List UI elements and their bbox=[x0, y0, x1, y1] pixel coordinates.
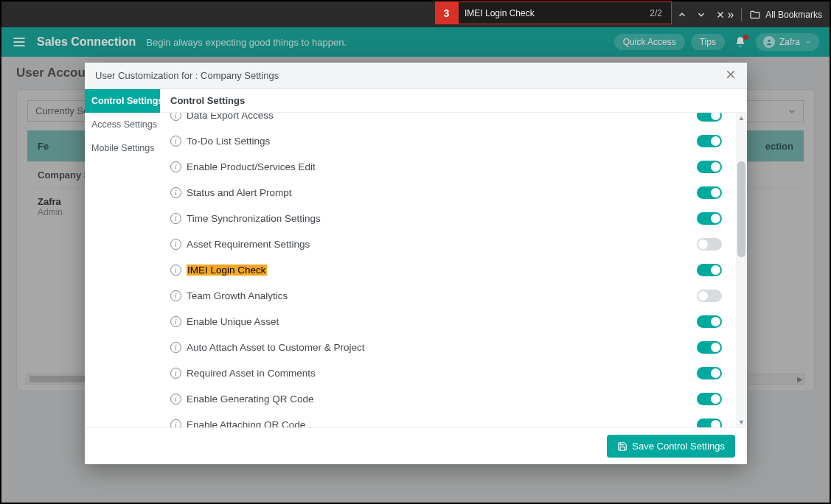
setting-label: Asset Requirement Settings bbox=[187, 239, 697, 250]
browser-top-bar: 3 IMEI Login Check 2/2 » All Bookmarks bbox=[1, 1, 830, 27]
modal-sidebar: Control SettingsAccess SettingsMobile Se… bbox=[85, 89, 160, 427]
setting-label: Enable Generating QR Code bbox=[187, 393, 697, 405]
bookmarks-label: All Bookmarks bbox=[765, 10, 822, 20]
modal-footer: Save Control Settings bbox=[85, 427, 747, 464]
chevron-down-icon bbox=[804, 38, 812, 46]
toggle-switch[interactable] bbox=[697, 264, 722, 276]
notifications-bell-icon[interactable] bbox=[731, 36, 750, 48]
info-icon[interactable]: i bbox=[170, 393, 181, 405]
setting-label: Auto Attach Asset to Customer & Project bbox=[187, 342, 697, 353]
find-bar: IMEI Login Check 2/2 bbox=[458, 1, 672, 24]
setting-label: To-Do List Settings bbox=[187, 136, 697, 147]
app-title: Sales Connection bbox=[37, 35, 136, 49]
setting-row: iTo-Do List Settings bbox=[170, 128, 722, 154]
info-icon[interactable]: i bbox=[170, 419, 181, 427]
avatar-icon bbox=[763, 36, 775, 48]
info-icon[interactable]: i bbox=[170, 265, 181, 276]
info-icon[interactable]: i bbox=[170, 187, 181, 198]
setting-row: iTime Synchronization Settings bbox=[170, 206, 722, 231]
app-header: Sales Connection Begin always expecting … bbox=[1, 27, 830, 57]
scroll-down-icon[interactable]: ▼ bbox=[736, 417, 747, 427]
info-icon[interactable]: i bbox=[170, 368, 181, 379]
find-next-icon[interactable] bbox=[692, 5, 711, 24]
browser-right-controls: » All Bookmarks bbox=[727, 1, 822, 27]
setting-label: Data Export Access bbox=[187, 113, 697, 121]
scroll-up-icon[interactable]: ▲ bbox=[736, 113, 747, 123]
toggle-switch[interactable] bbox=[697, 113, 722, 122]
info-icon[interactable]: i bbox=[170, 290, 181, 301]
toggle-switch[interactable] bbox=[697, 238, 722, 251]
info-icon[interactable]: i bbox=[170, 161, 181, 172]
header-right: Quick Access Tips Zafra bbox=[614, 33, 819, 51]
toggle-switch[interactable] bbox=[697, 393, 722, 405]
setting-label: Enable Product/Services Edit bbox=[187, 161, 697, 172]
find-prev-icon[interactable] bbox=[672, 5, 692, 24]
modal-header: User Customization for : Company Setting… bbox=[85, 63, 747, 89]
settings-modal: User Customization for : Company Setting… bbox=[85, 63, 747, 464]
toggle-switch[interactable] bbox=[697, 290, 722, 302]
modal-title: User Customization for : Company Setting… bbox=[95, 70, 279, 81]
setting-label: Enable Attaching QR Code bbox=[187, 419, 697, 427]
setting-row: iEnable Generating QR Code bbox=[170, 386, 722, 412]
vertical-scrollbar[interactable]: ▲ ▼ bbox=[736, 113, 747, 427]
step-badge: 3 bbox=[435, 1, 458, 24]
find-text[interactable]: IMEI Login Check bbox=[465, 8, 644, 18]
info-icon[interactable]: i bbox=[170, 136, 181, 147]
settings-scroll[interactable]: iData Export AccessiTo-Do List Settingsi… bbox=[160, 113, 735, 427]
user-name-label: Zafra bbox=[779, 37, 800, 47]
find-controls bbox=[672, 1, 730, 27]
quick-access-button[interactable]: Quick Access bbox=[614, 34, 685, 50]
toggle-switch[interactable] bbox=[697, 135, 722, 147]
setting-row: iData Export Access bbox=[170, 113, 722, 128]
tips-button[interactable]: Tips bbox=[691, 34, 725, 50]
info-icon[interactable]: i bbox=[170, 213, 181, 224]
save-icon bbox=[617, 441, 627, 452]
info-icon[interactable]: i bbox=[170, 113, 181, 121]
app-tagline: Begin always expecting good things to ha… bbox=[146, 37, 347, 48]
setting-label: Required Asset in Comments bbox=[187, 368, 697, 379]
section-header: Control Settings bbox=[160, 89, 747, 113]
toggle-switch[interactable] bbox=[697, 367, 722, 379]
extensions-overflow-icon[interactable]: » bbox=[727, 8, 734, 21]
svg-point-5 bbox=[768, 40, 770, 42]
toggle-switch[interactable] bbox=[697, 161, 722, 173]
setting-row: iEnable Product/Services Edit bbox=[170, 154, 722, 180]
setting-row: iAsset Requirement Settings bbox=[170, 231, 722, 257]
sidebar-item-access-settings[interactable]: Access Settings bbox=[85, 113, 160, 136]
setting-row: iEnable Attaching QR Code bbox=[170, 412, 722, 427]
sidebar-item-mobile-settings[interactable]: Mobile Settings bbox=[85, 136, 160, 160]
toggle-switch[interactable] bbox=[697, 315, 722, 328]
toggle-switch[interactable] bbox=[697, 212, 722, 225]
bookmarks-folder-icon[interactable]: All Bookmarks bbox=[749, 9, 822, 21]
info-icon[interactable]: i bbox=[170, 342, 181, 353]
toggle-switch[interactable] bbox=[697, 186, 722, 199]
setting-row: iEnable Unique Asset bbox=[170, 309, 722, 335]
setting-label: Status and Alert Prompt bbox=[187, 187, 697, 198]
toggle-switch[interactable] bbox=[697, 341, 722, 354]
setting-row: iAuto Attach Asset to Customer & Project bbox=[170, 335, 722, 360]
hamburger-menu-icon[interactable] bbox=[12, 35, 27, 49]
info-icon[interactable]: i bbox=[170, 316, 181, 327]
setting-label: IMEI Login Check bbox=[187, 265, 267, 276]
info-icon[interactable]: i bbox=[170, 239, 181, 250]
setting-label: Team Growth Analytics bbox=[187, 290, 697, 301]
find-in-page-group: 3 IMEI Login Check 2/2 bbox=[435, 1, 672, 24]
sidebar-item-control-settings[interactable]: Control Settings bbox=[85, 89, 160, 113]
save-button-label: Save Control Settings bbox=[632, 441, 725, 452]
save-control-settings-button[interactable]: Save Control Settings bbox=[607, 435, 735, 458]
find-count: 2/2 bbox=[650, 8, 662, 18]
notification-dot bbox=[743, 35, 748, 40]
setting-label: Time Synchronization Settings bbox=[187, 213, 697, 224]
modal-close-icon[interactable] bbox=[725, 69, 737, 83]
setting-row: iStatus and Alert Prompt bbox=[170, 180, 722, 206]
setting-row: iTeam Growth Analytics bbox=[170, 283, 722, 309]
divider bbox=[741, 8, 742, 21]
modal-body: Control SettingsAccess SettingsMobile Se… bbox=[85, 89, 747, 427]
setting-row: iIMEI Login Check bbox=[170, 257, 722, 283]
setting-label: Enable Unique Asset bbox=[187, 316, 697, 327]
settings-list-area: iData Export AccessiTo-Do List Settingsi… bbox=[160, 113, 747, 427]
toggle-switch[interactable] bbox=[697, 419, 722, 427]
setting-row: iRequired Asset in Comments bbox=[170, 360, 722, 386]
user-menu[interactable]: Zafra bbox=[756, 33, 819, 51]
scrollbar-thumb[interactable] bbox=[737, 161, 745, 257]
